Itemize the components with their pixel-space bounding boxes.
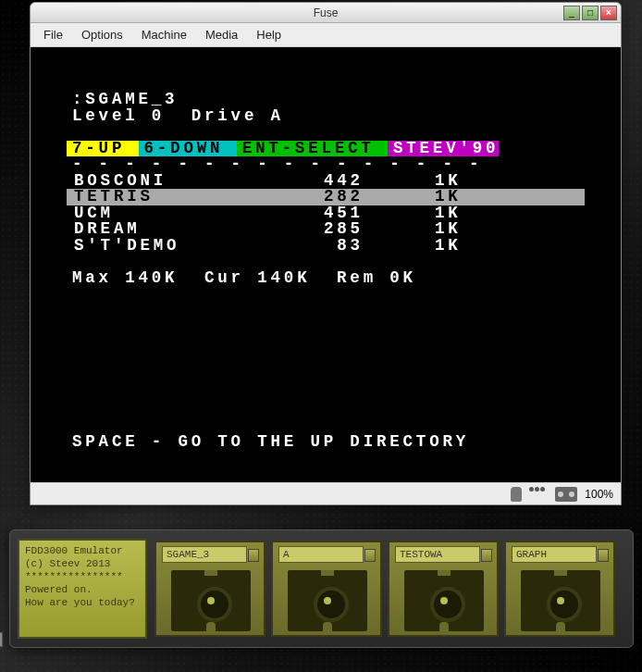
drive-slot[interactable]: SGAME_3 [154, 541, 265, 637]
fuse-window: Fuse _ □ × File Options Machine Media He… [30, 2, 622, 505]
file-row[interactable]: TETRIS2821K [67, 189, 585, 205]
reset-button[interactable]: RESET [0, 632, 3, 647]
mouse-icon [511, 487, 522, 502]
hint-line: SPACE - GO TO THE UP DIRECTORY [67, 434, 585, 451]
capacity-line: Max 140K Cur 140K Rem 0K [67, 270, 585, 287]
titlebar[interactable]: Fuse _ □ × [31, 3, 621, 23]
drive-label: A [278, 546, 364, 563]
zoom-label: 100% [585, 488, 613, 501]
drive-bay: SGAME_3ATESTOWAGRAPH [154, 541, 615, 637]
drive-slot[interactable]: A [271, 541, 382, 637]
fdd-panel: RESET FDD3000 Emulator (c) Steev 2013 **… [9, 529, 634, 648]
file-list: BOSCONI4421KTETRIS2821KUCM4511KDREAM2851… [67, 173, 585, 255]
menu-help[interactable]: Help [249, 26, 289, 44]
drive-slot[interactable]: GRAPH [504, 541, 615, 637]
drive-label: SGAME_3 [162, 546, 247, 563]
drive-slot[interactable]: TESTOWA [388, 541, 499, 637]
drive-label: GRAPH [512, 546, 597, 563]
maximize-button[interactable]: □ [582, 6, 599, 20]
prompt-line: :SGAME_3 [67, 92, 585, 108]
floppy-icon [171, 570, 251, 631]
floppy-icon [404, 570, 484, 631]
menubar: File Options Machine Media Help [31, 23, 621, 47]
menu-machine[interactable]: Machine [134, 26, 194, 44]
drive-label: TESTOWA [395, 546, 480, 563]
file-row[interactable]: S'T'DEMO 831K [67, 238, 585, 255]
menu-file[interactable]: File [36, 26, 70, 44]
menu-options[interactable]: Options [74, 26, 130, 44]
window-title: Fuse [31, 6, 621, 19]
minimize-button[interactable]: _ [563, 6, 580, 20]
level-line: Level 0 Drive A [67, 108, 585, 125]
file-row[interactable]: DREAM2851K [67, 221, 585, 238]
floppy-icon [288, 570, 367, 631]
statusbar: 100% [31, 482, 621, 504]
paw-icon [529, 487, 548, 502]
tape-icon [555, 487, 577, 502]
menu-media[interactable]: Media [198, 26, 245, 44]
emulated-screen[interactable]: :SGAME_3 Level 0 Drive A 7-UP 6-DOWN ENT… [31, 47, 621, 482]
floppy-icon [521, 570, 600, 631]
fdd-lcd: FDD3000 Emulator (c) Steev 2013 ********… [18, 539, 147, 639]
close-button[interactable]: × [600, 6, 617, 20]
divider: - - - - - - - - - - - - - - - - [67, 156, 585, 173]
